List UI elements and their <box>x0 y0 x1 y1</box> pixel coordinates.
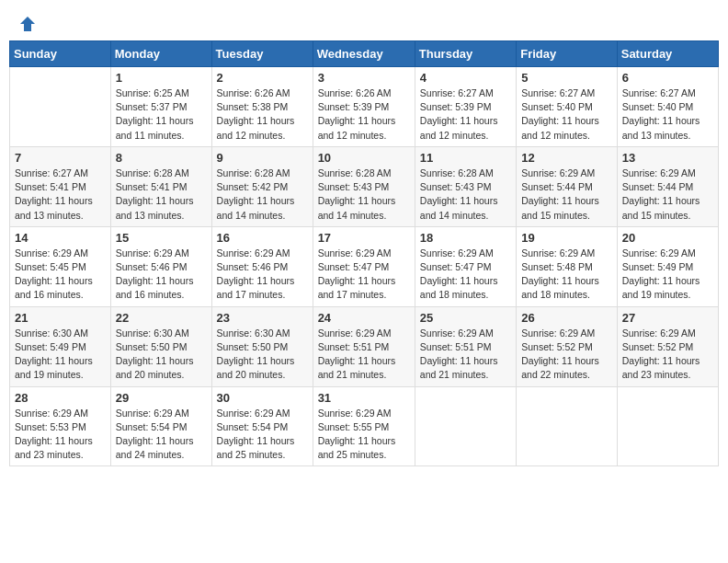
day-number: 4 <box>420 71 511 85</box>
day-info: Sunrise: 6:28 AM Sunset: 5:43 PM Dayligh… <box>420 167 511 223</box>
calendar-cell: 21Sunrise: 6:30 AM Sunset: 5:49 PM Dayli… <box>10 306 111 386</box>
day-info: Sunrise: 6:26 AM Sunset: 5:38 PM Dayligh… <box>217 86 308 143</box>
calendar-week-row: 7Sunrise: 6:27 AM Sunset: 5:41 PM Daylig… <box>10 146 719 226</box>
day-number: 15 <box>116 231 207 245</box>
day-info: Sunrise: 6:29 AM Sunset: 5:44 PM Dayligh… <box>521 167 612 223</box>
calendar-cell: 11Sunrise: 6:28 AM Sunset: 5:43 PM Dayli… <box>415 146 516 226</box>
calendar-week-row: 28Sunrise: 6:29 AM Sunset: 5:53 PM Dayli… <box>10 386 719 466</box>
calendar-week-row: 14Sunrise: 6:29 AM Sunset: 5:45 PM Dayli… <box>10 226 719 306</box>
svg-marker-0 <box>20 17 35 31</box>
day-info: Sunrise: 6:30 AM Sunset: 5:49 PM Dayligh… <box>15 327 106 383</box>
day-info: Sunrise: 6:29 AM Sunset: 5:53 PM Dayligh… <box>15 407 106 463</box>
day-info: Sunrise: 6:29 AM Sunset: 5:52 PM Dayligh… <box>521 327 612 383</box>
day-number: 24 <box>318 311 410 325</box>
calendar-cell: 15Sunrise: 6:29 AM Sunset: 5:46 PM Dayli… <box>110 226 211 306</box>
logo-icon <box>18 15 37 33</box>
calendar-cell: 7Sunrise: 6:27 AM Sunset: 5:41 PM Daylig… <box>10 146 111 226</box>
day-number: 21 <box>15 311 106 325</box>
calendar-cell: 24Sunrise: 6:29 AM Sunset: 5:51 PM Dayli… <box>313 306 415 386</box>
day-info: Sunrise: 6:27 AM Sunset: 5:41 PM Dayligh… <box>15 167 106 223</box>
day-number: 25 <box>420 311 511 325</box>
day-info: Sunrise: 6:29 AM Sunset: 5:54 PM Dayligh… <box>217 407 308 463</box>
calendar-cell: 6Sunrise: 6:27 AM Sunset: 5:40 PM Daylig… <box>617 67 718 147</box>
calendar-cell: 22Sunrise: 6:30 AM Sunset: 5:50 PM Dayli… <box>110 306 211 386</box>
day-number: 20 <box>622 231 713 245</box>
day-number: 14 <box>15 231 106 245</box>
calendar-cell: 3Sunrise: 6:26 AM Sunset: 5:39 PM Daylig… <box>313 67 415 147</box>
day-info: Sunrise: 6:29 AM Sunset: 5:45 PM Dayligh… <box>15 247 106 303</box>
calendar-cell <box>415 386 516 466</box>
calendar-cell: 20Sunrise: 6:29 AM Sunset: 5:49 PM Dayli… <box>617 226 718 306</box>
day-number: 5 <box>521 71 612 85</box>
calendar-day-header: Sunday <box>10 41 111 67</box>
calendar-cell: 28Sunrise: 6:29 AM Sunset: 5:53 PM Dayli… <box>10 386 111 466</box>
day-info: Sunrise: 6:29 AM Sunset: 5:49 PM Dayligh… <box>622 247 713 303</box>
day-number: 10 <box>318 151 410 165</box>
day-info: Sunrise: 6:29 AM Sunset: 5:46 PM Dayligh… <box>116 247 207 303</box>
calendar-cell: 23Sunrise: 6:30 AM Sunset: 5:50 PM Dayli… <box>211 306 313 386</box>
day-number: 1 <box>116 71 207 85</box>
day-info: Sunrise: 6:29 AM Sunset: 5:55 PM Dayligh… <box>318 407 410 463</box>
day-number: 16 <box>217 231 308 245</box>
calendar-cell: 26Sunrise: 6:29 AM Sunset: 5:52 PM Dayli… <box>517 306 618 386</box>
calendar-cell: 13Sunrise: 6:29 AM Sunset: 5:44 PM Dayli… <box>617 146 718 226</box>
calendar-cell: 18Sunrise: 6:29 AM Sunset: 5:47 PM Dayli… <box>415 226 516 306</box>
day-info: Sunrise: 6:29 AM Sunset: 5:46 PM Dayligh… <box>217 247 308 303</box>
day-info: Sunrise: 6:30 AM Sunset: 5:50 PM Dayligh… <box>116 327 207 383</box>
calendar-cell <box>517 386 618 466</box>
day-info: Sunrise: 6:30 AM Sunset: 5:50 PM Dayligh… <box>217 327 308 383</box>
day-info: Sunrise: 6:28 AM Sunset: 5:43 PM Dayligh… <box>318 167 410 223</box>
day-number: 26 <box>521 311 612 325</box>
calendar-cell: 4Sunrise: 6:27 AM Sunset: 5:39 PM Daylig… <box>415 67 516 147</box>
calendar-cell: 17Sunrise: 6:29 AM Sunset: 5:47 PM Dayli… <box>313 226 415 306</box>
day-number: 27 <box>622 311 713 325</box>
page-header <box>9 9 719 35</box>
calendar-day-header: Saturday <box>617 41 718 67</box>
calendar-cell: 31Sunrise: 6:29 AM Sunset: 5:55 PM Dayli… <box>313 386 415 466</box>
day-number: 9 <box>217 151 308 165</box>
day-number: 7 <box>15 151 106 165</box>
day-info: Sunrise: 6:25 AM Sunset: 5:37 PM Dayligh… <box>116 86 207 143</box>
day-info: Sunrise: 6:27 AM Sunset: 5:40 PM Dayligh… <box>622 86 713 143</box>
day-number: 23 <box>217 311 308 325</box>
day-info: Sunrise: 6:27 AM Sunset: 5:40 PM Dayligh… <box>521 86 612 143</box>
day-info: Sunrise: 6:29 AM Sunset: 5:47 PM Dayligh… <box>420 247 511 303</box>
day-info: Sunrise: 6:28 AM Sunset: 5:42 PM Dayligh… <box>217 167 308 223</box>
calendar-cell <box>617 386 718 466</box>
calendar-cell: 9Sunrise: 6:28 AM Sunset: 5:42 PM Daylig… <box>211 146 313 226</box>
day-number: 2 <box>217 71 308 85</box>
day-info: Sunrise: 6:28 AM Sunset: 5:41 PM Dayligh… <box>116 167 207 223</box>
day-info: Sunrise: 6:29 AM Sunset: 5:48 PM Dayligh… <box>521 247 612 303</box>
calendar-cell: 10Sunrise: 6:28 AM Sunset: 5:43 PM Dayli… <box>313 146 415 226</box>
day-number: 30 <box>217 391 308 405</box>
calendar-day-header: Monday <box>110 41 211 67</box>
calendar-cell: 8Sunrise: 6:28 AM Sunset: 5:41 PM Daylig… <box>110 146 211 226</box>
day-number: 11 <box>420 151 511 165</box>
day-number: 13 <box>622 151 713 165</box>
day-info: Sunrise: 6:27 AM Sunset: 5:39 PM Dayligh… <box>420 86 511 143</box>
calendar-cell: 14Sunrise: 6:29 AM Sunset: 5:45 PM Dayli… <box>10 226 111 306</box>
calendar-day-header: Thursday <box>415 41 516 67</box>
calendar-cell: 27Sunrise: 6:29 AM Sunset: 5:52 PM Dayli… <box>617 306 718 386</box>
calendar-cell <box>10 67 111 147</box>
day-number: 22 <box>116 311 207 325</box>
calendar-cell: 5Sunrise: 6:27 AM Sunset: 5:40 PM Daylig… <box>517 67 618 147</box>
day-number: 6 <box>622 71 713 85</box>
calendar-cell: 1Sunrise: 6:25 AM Sunset: 5:37 PM Daylig… <box>110 67 211 147</box>
day-number: 19 <box>521 231 612 245</box>
calendar-cell: 12Sunrise: 6:29 AM Sunset: 5:44 PM Dayli… <box>517 146 618 226</box>
day-info: Sunrise: 6:26 AM Sunset: 5:39 PM Dayligh… <box>318 86 410 143</box>
day-number: 12 <box>521 151 612 165</box>
calendar-cell: 30Sunrise: 6:29 AM Sunset: 5:54 PM Dayli… <box>211 386 313 466</box>
calendar-cell: 16Sunrise: 6:29 AM Sunset: 5:46 PM Dayli… <box>211 226 313 306</box>
calendar-cell: 2Sunrise: 6:26 AM Sunset: 5:38 PM Daylig… <box>211 67 313 147</box>
calendar-week-row: 1Sunrise: 6:25 AM Sunset: 5:37 PM Daylig… <box>10 67 719 147</box>
logo <box>17 15 37 29</box>
day-number: 17 <box>318 231 410 245</box>
day-info: Sunrise: 6:29 AM Sunset: 5:51 PM Dayligh… <box>318 327 410 383</box>
calendar-header-row: SundayMondayTuesdayWednesdayThursdayFrid… <box>10 41 719 67</box>
calendar-day-header: Tuesday <box>211 41 313 67</box>
calendar-cell: 29Sunrise: 6:29 AM Sunset: 5:54 PM Dayli… <box>110 386 211 466</box>
day-info: Sunrise: 6:29 AM Sunset: 5:47 PM Dayligh… <box>318 247 410 303</box>
day-number: 3 <box>318 71 410 85</box>
